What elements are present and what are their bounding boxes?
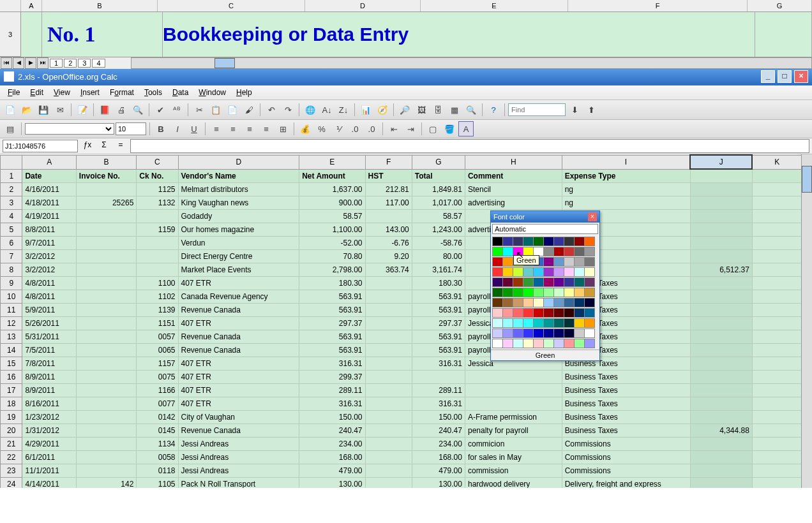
color-swatch[interactable]: [523, 277, 534, 287]
col-header-G[interactable]: G: [412, 155, 465, 169]
cell[interactable]: 70.80: [299, 250, 365, 263]
cell[interactable]: [365, 317, 412, 330]
cell[interactable]: 8/8/2011: [22, 223, 76, 237]
color-swatch[interactable]: [533, 318, 544, 328]
menu-window[interactable]: Window: [193, 87, 231, 98]
row-header[interactable]: 11: [1, 304, 22, 317]
color-swatch[interactable]: [584, 308, 595, 318]
cell[interactable]: 3,161.74: [412, 263, 465, 277]
cell[interactable]: 900.00: [299, 196, 365, 210]
color-swatch[interactable]: [513, 339, 523, 348]
cell[interactable]: [365, 411, 412, 424]
cell[interactable]: [76, 250, 136, 263]
decrease-indent-icon[interactable]: ⇤: [386, 121, 402, 136]
cell[interactable]: 407 ETR: [178, 317, 299, 330]
sheet-tab[interactable]: 4: [92, 59, 105, 68]
menu-edit[interactable]: Edit: [25, 87, 49, 98]
color-swatch[interactable]: [584, 267, 595, 277]
cell[interactable]: King Vaughan news: [178, 196, 299, 210]
cell[interactable]: Pack N Roll Transport: [178, 478, 299, 489]
cell[interactable]: [76, 371, 136, 384]
tab-nav-first-icon[interactable]: ⏮: [1, 57, 12, 69]
cell[interactable]: [690, 451, 752, 464]
cell[interactable]: 212.81: [365, 183, 412, 196]
cell[interactable]: 6/1/2011: [22, 451, 76, 464]
color-swatch[interactable]: [492, 298, 503, 307]
cell[interactable]: 4/29/2011: [22, 438, 76, 451]
open-icon[interactable]: 📂: [19, 102, 34, 117]
cell-reference-input[interactable]: [3, 140, 78, 152]
color-swatch[interactable]: [574, 339, 585, 348]
menu-view[interactable]: View: [49, 87, 75, 98]
cell[interactable]: [690, 223, 752, 237]
cell[interactable]: [752, 317, 801, 330]
menu-file[interactable]: File: [3, 87, 25, 98]
color-swatch[interactable]: [564, 298, 575, 307]
menu-format[interactable]: Format: [105, 87, 139, 98]
row-header[interactable]: 16: [1, 371, 22, 384]
autospell-icon[interactable]: ᴬᴮ: [169, 102, 184, 117]
cell[interactable]: [76, 344, 136, 357]
cell[interactable]: 7/8/2011: [22, 357, 76, 371]
cell[interactable]: 9.20: [365, 250, 412, 263]
cell[interactable]: ng: [562, 196, 690, 210]
cell[interactable]: 407 ETR: [178, 357, 299, 371]
row-header[interactable]: 15: [1, 357, 22, 371]
hyperlink-icon[interactable]: 🌐: [303, 102, 318, 117]
sheet-tab[interactable]: 2: [64, 59, 77, 68]
color-swatch[interactable]: [543, 257, 554, 267]
cell[interactable]: -52.00: [299, 237, 365, 250]
cell[interactable]: [76, 464, 136, 478]
col-header-J[interactable]: J: [690, 155, 752, 169]
cell[interactable]: advertising: [465, 196, 562, 210]
color-swatch[interactable]: [533, 308, 544, 318]
color-swatch[interactable]: [543, 267, 554, 277]
cell[interactable]: Our homes magazine: [178, 223, 299, 237]
function-wizard-icon[interactable]: ƒx: [80, 140, 94, 152]
color-swatch[interactable]: [553, 247, 564, 256]
cell[interactable]: [690, 183, 752, 196]
cell[interactable]: 316.31: [299, 397, 365, 411]
cell[interactable]: Jessi Andreas: [178, 438, 299, 451]
save-icon[interactable]: 💾: [36, 102, 51, 117]
cell[interactable]: 5/26/2011: [22, 317, 76, 330]
header-cell[interactable]: Comment: [465, 169, 562, 183]
menu-tools[interactable]: Tools: [139, 87, 167, 98]
color-swatch[interactable]: [533, 328, 544, 338]
color-swatch[interactable]: [574, 318, 585, 328]
cell[interactable]: Revenue Canada: [178, 344, 299, 357]
cell[interactable]: 1/31/2012: [22, 424, 76, 438]
cell[interactable]: [752, 183, 801, 196]
color-swatch[interactable]: [564, 288, 575, 297]
undo-icon[interactable]: ↶: [264, 102, 279, 117]
cell[interactable]: [752, 304, 801, 317]
color-swatch[interactable]: [492, 288, 503, 297]
cell[interactable]: Jessi Andreas: [178, 464, 299, 478]
color-swatch[interactable]: [502, 298, 513, 307]
cell[interactable]: 1,100.00: [299, 223, 365, 237]
color-swatch[interactable]: [502, 339, 513, 348]
currency-icon[interactable]: 💰: [297, 121, 313, 136]
sort-desc-icon[interactable]: Z↓: [336, 102, 351, 117]
color-swatch[interactable]: [523, 308, 534, 318]
cell[interactable]: 563.91: [299, 290, 365, 304]
color-swatch[interactable]: [584, 257, 595, 267]
cell[interactable]: Business Taxes: [562, 371, 690, 384]
color-swatch[interactable]: [543, 318, 554, 328]
color-swatch[interactable]: [574, 267, 585, 277]
cell[interactable]: 1/23/2012: [22, 411, 76, 424]
remove-decimal-icon[interactable]: .0: [364, 121, 379, 136]
color-swatch[interactable]: [574, 257, 585, 267]
cell[interactable]: Business Taxes: [562, 397, 690, 411]
cell[interactable]: 4/18/2011: [22, 196, 76, 210]
row-header[interactable]: 3: [0, 12, 21, 57]
cell[interactable]: [365, 464, 412, 478]
row-header[interactable]: 4: [1, 210, 22, 223]
cell[interactable]: [365, 330, 412, 344]
header-cell[interactable]: Date: [22, 169, 76, 183]
color-swatch[interactable]: [513, 288, 523, 297]
row-header[interactable]: 3: [1, 196, 22, 210]
underline-icon[interactable]: U: [186, 121, 202, 136]
chart-icon[interactable]: 📊: [358, 102, 373, 117]
cell[interactable]: 289.11: [299, 384, 365, 397]
